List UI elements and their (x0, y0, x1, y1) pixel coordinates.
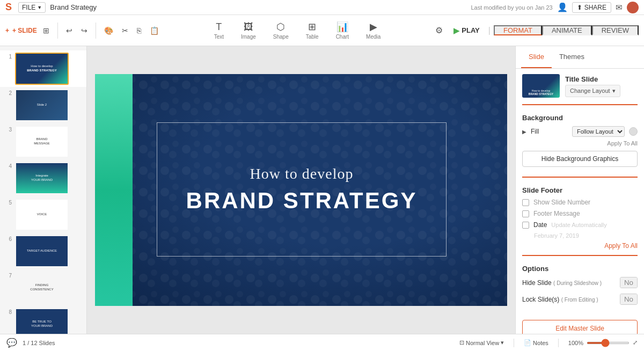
apply-to-all-link[interactable]: Apply To All (522, 140, 638, 147)
tab-animate[interactable]: ANIMATE (542, 25, 592, 35)
tab-themes[interactable]: Themes (552, 46, 592, 68)
media-label: Media (366, 34, 380, 40)
divider-1 (57, 23, 58, 39)
change-layout-label: Change Layout (570, 87, 610, 94)
edit-master-button[interactable]: Edit Master Slide (522, 320, 638, 334)
layout-thumbnail[interactable]: How to developBRAND STRATEGY (522, 74, 560, 98)
copy-button[interactable]: ⎘ (134, 24, 144, 37)
hide-background-button[interactable]: Hide Background Graphics (522, 151, 638, 167)
divider (514, 339, 514, 347)
fill-select[interactable]: Follow Layout Solid Gradient (572, 126, 625, 137)
slide-thumb-content: VOICE (16, 200, 68, 230)
slide-item[interactable]: 8 BE TRUE TOYOUR BRAND (0, 306, 86, 334)
tab-review[interactable]: REVIEW (592, 25, 639, 35)
slide-subtitle: How to develop (250, 165, 354, 182)
fill-row: ▶ Fill Follow Layout Solid Gradient (522, 126, 638, 137)
fill-label: Fill (531, 128, 568, 135)
chevron-down-icon: ▾ (501, 339, 504, 346)
options-section-label: Options (522, 265, 638, 273)
slide-item[interactable]: 1 How to developBRAND STRATEGY (0, 50, 86, 87)
main-area: 1 How to developBRAND STRATEGY 2 Slide 2… (0, 46, 644, 334)
slide-thumbnail[interactable]: FINDINGCONSISTENCY (15, 272, 69, 304)
slide-content-box[interactable]: How to develop BRAND STRATEGY (157, 122, 447, 257)
color-circle[interactable] (629, 127, 638, 136)
slide-thumbnail[interactable]: BE TRUE TOYOUR BRAND (15, 308, 69, 334)
slide-thumbnail[interactable]: How to developBRAND STRATEGY (15, 53, 69, 85)
paint-format-button[interactable]: 🎨 (101, 24, 116, 37)
toggle-no-button[interactable]: No (620, 277, 637, 288)
media-tool[interactable]: ▶ Media (362, 19, 385, 42)
redo-button[interactable]: ↪ (78, 24, 90, 37)
last-modified-text: Last modified by you on Jan 23 (471, 4, 552, 11)
user-avatar[interactable] (627, 2, 639, 13)
account-icons: 👤 (557, 2, 568, 12)
background-section-label: Background (522, 114, 638, 122)
slide-item[interactable]: 7 FINDINGCONSISTENCY (0, 269, 86, 306)
layout-info: Title Slide Change Layout ▾ (565, 75, 638, 97)
account-icon[interactable]: 👤 (557, 2, 568, 12)
top-bar: S FILE ▼ Brand Strategy Last modified by… (0, 0, 644, 15)
toggle-no-button-lock[interactable]: No (620, 294, 637, 304)
slide-thumbnail[interactable]: VOICE (15, 199, 69, 231)
layout-title: Title Slide (565, 75, 638, 83)
document-title[interactable]: Brand Strategy (50, 3, 97, 11)
expand-icon[interactable]: ▶ (522, 129, 526, 135)
slide-thumbnail[interactable]: TARGET AUDIENCE (15, 235, 69, 267)
settings-button[interactable]: ⚙ (433, 23, 445, 38)
chart-tool[interactable]: 📊 Chart (332, 19, 353, 42)
notifications-icon[interactable]: ✉ (616, 3, 623, 12)
notes-icon: 📄 (524, 339, 531, 346)
slide-item[interactable]: 2 Slide 2 (0, 87, 86, 123)
slide-thumb-content: How to developBRAND STRATEGY (16, 54, 68, 84)
footer-message-checkbox[interactable] (522, 210, 529, 217)
image-tool[interactable]: 🖼 Image (237, 19, 260, 42)
tab-format[interactable]: FORMAT (494, 25, 542, 35)
footer-section: Slide Footer Show Slide Number Footer Me… (522, 177, 638, 250)
date-checkbox[interactable] (522, 222, 529, 229)
file-menu-button[interactable]: FILE ▼ (18, 2, 46, 13)
slide-item[interactable]: 5 VOICE (0, 196, 86, 233)
share-button[interactable]: ⬆ SHARE (572, 2, 611, 13)
file-label: FILE (22, 4, 35, 11)
show-slide-number-row: Show Slide Number (522, 199, 638, 206)
toolbar-right: ⚙ ▶ PLAY | FORMAT ANIMATE REVIEW (433, 23, 639, 38)
show-slide-number-checkbox[interactable] (522, 199, 529, 206)
right-panel: Slide Themes How to developBRAND STRATEG… (515, 46, 644, 334)
add-slide-button[interactable]: + + SLIDE (5, 27, 37, 34)
undo-button[interactable]: ↩ (63, 24, 75, 37)
zoom-fit-icon[interactable]: ⤢ (633, 339, 638, 346)
table-tool[interactable]: ⊞ Table (302, 19, 323, 42)
cut-button[interactable]: ✂ (119, 24, 131, 37)
slide-item[interactable]: 6 TARGET AUDIENCE (0, 233, 86, 269)
date-row: Date Update Automatically (522, 221, 638, 229)
lock-slide-toggle[interactable]: No (620, 294, 638, 305)
slide-thumbnail[interactable]: BRANDMESSAGE (15, 126, 69, 158)
tab-slide[interactable]: Slide (521, 46, 552, 68)
canvas-area[interactable]: How to develop BRAND STRATEGY (87, 46, 515, 334)
lock-slide-row: Lock Slide(s) ( From Editing ) No (522, 294, 638, 305)
image-icon: 🖼 (244, 21, 253, 33)
footer-apply-all[interactable]: Apply To All (522, 242, 638, 250)
play-button[interactable]: ▶ PLAY (448, 23, 485, 38)
layout-button[interactable]: ⊞ (40, 24, 52, 37)
slide-number: 4 (4, 162, 12, 169)
slide-item[interactable]: 3 BRANDMESSAGE (0, 123, 86, 160)
slide-thumb-content: Slide 2 (16, 90, 68, 120)
text-tool[interactable]: T Text (210, 19, 228, 42)
shape-tool[interactable]: ⬡ Shape (269, 19, 293, 42)
slide-thumbnail[interactable]: IntegrateYOUR BRAND (15, 162, 69, 194)
page-indicator: 1 / 12 Slides (23, 340, 55, 346)
view-icon: ⊡ (459, 339, 464, 346)
chat-icon[interactable]: 💬 (6, 338, 17, 348)
view-selector[interactable]: ⊡ Normal View ▾ (459, 339, 504, 346)
current-page: 1 (23, 340, 26, 346)
change-layout-button[interactable]: Change Layout ▾ (565, 85, 620, 97)
hide-slide-row: Hide Slide ( During Slideshow ) No (522, 277, 638, 288)
hide-slide-toggle[interactable]: No (620, 277, 638, 288)
slide-thumbnail[interactable]: Slide 2 (15, 89, 69, 121)
slide-item[interactable]: 4 IntegrateYOUR BRAND (0, 160, 86, 196)
zoom-slider[interactable] (587, 342, 630, 344)
slide-canvas[interactable]: How to develop BRAND STRATEGY (95, 74, 507, 306)
notes-button[interactable]: 📄 Notes (524, 339, 548, 346)
paste-button[interactable]: 📋 (147, 24, 162, 37)
